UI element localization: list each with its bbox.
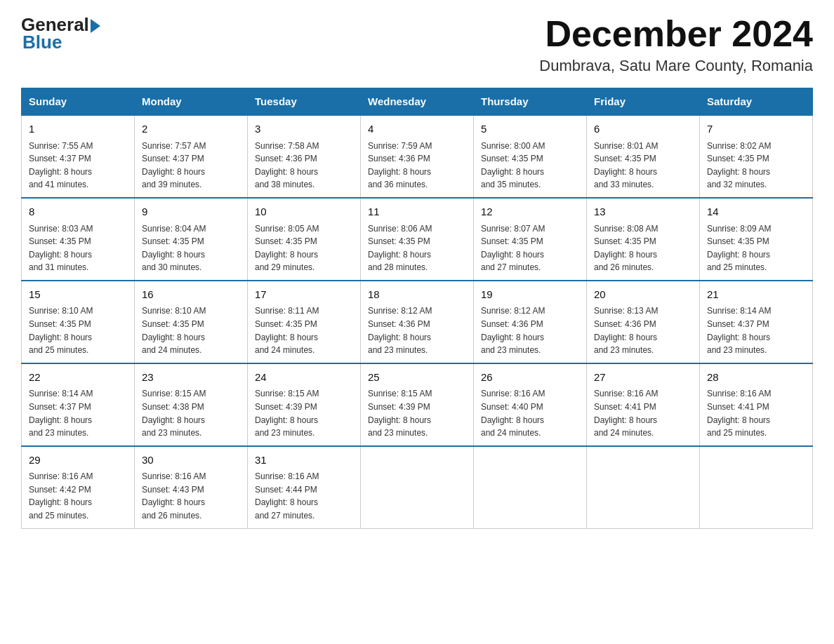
day-info: Sunrise: 8:00 AMSunset: 4:35 PMDaylight:… bbox=[481, 140, 579, 192]
table-row: 1Sunrise: 7:55 AMSunset: 4:37 PMDaylight… bbox=[22, 115, 135, 198]
day-number: 27 bbox=[594, 370, 692, 386]
day-number: 22 bbox=[29, 370, 127, 386]
day-info: Sunrise: 8:12 AMSunset: 4:36 PMDaylight:… bbox=[368, 304, 466, 356]
day-number: 24 bbox=[255, 370, 353, 386]
table-row: 18Sunrise: 8:12 AMSunset: 4:36 PMDayligh… bbox=[361, 281, 474, 363]
table-row: 27Sunrise: 8:16 AMSunset: 4:41 PMDayligh… bbox=[587, 363, 700, 446]
day-number: 3 bbox=[255, 121, 353, 137]
table-row: 10Sunrise: 8:05 AMSunset: 4:35 PMDayligh… bbox=[248, 198, 361, 281]
logo: General Blue bbox=[21, 14, 102, 53]
table-row bbox=[587, 446, 700, 528]
table-row: 26Sunrise: 8:16 AMSunset: 4:40 PMDayligh… bbox=[474, 363, 587, 446]
day-info: Sunrise: 8:14 AMSunset: 4:37 PMDaylight:… bbox=[29, 387, 127, 439]
day-number: 7 bbox=[707, 121, 805, 137]
day-number: 15 bbox=[29, 287, 127, 303]
table-row: 19Sunrise: 8:12 AMSunset: 4:36 PMDayligh… bbox=[474, 281, 587, 363]
day-info: Sunrise: 8:15 AMSunset: 4:39 PMDaylight:… bbox=[368, 387, 466, 439]
table-row: 23Sunrise: 8:15 AMSunset: 4:38 PMDayligh… bbox=[135, 363, 248, 446]
page-header: General Blue December 2024 Dumbrava, Sat… bbox=[21, 14, 813, 75]
table-row: 21Sunrise: 8:14 AMSunset: 4:37 PMDayligh… bbox=[700, 281, 813, 363]
day-number: 11 bbox=[368, 204, 466, 220]
day-number: 30 bbox=[142, 452, 240, 469]
col-sunday: Sunday bbox=[22, 88, 135, 116]
col-friday: Friday bbox=[587, 88, 700, 116]
logo-arrow-icon bbox=[91, 19, 100, 33]
day-info: Sunrise: 8:07 AMSunset: 4:35 PMDaylight:… bbox=[481, 222, 579, 274]
table-row: 8Sunrise: 8:03 AMSunset: 4:35 PMDaylight… bbox=[22, 198, 135, 281]
day-info: Sunrise: 8:16 AMSunset: 4:41 PMDaylight:… bbox=[707, 387, 805, 439]
col-wednesday: Wednesday bbox=[361, 88, 474, 116]
table-row: 29Sunrise: 8:16 AMSunset: 4:42 PMDayligh… bbox=[22, 446, 135, 528]
table-row: 11Sunrise: 8:06 AMSunset: 4:35 PMDayligh… bbox=[361, 198, 474, 281]
table-row: 5Sunrise: 8:00 AMSunset: 4:35 PMDaylight… bbox=[474, 115, 587, 198]
day-number: 14 bbox=[707, 204, 805, 220]
day-info: Sunrise: 8:09 AMSunset: 4:35 PMDaylight:… bbox=[707, 222, 805, 274]
table-row: 24Sunrise: 8:15 AMSunset: 4:39 PMDayligh… bbox=[248, 363, 361, 446]
day-info: Sunrise: 8:04 AMSunset: 4:35 PMDaylight:… bbox=[142, 222, 240, 274]
day-info: Sunrise: 8:14 AMSunset: 4:37 PMDaylight:… bbox=[707, 304, 805, 356]
day-info: Sunrise: 8:02 AMSunset: 4:35 PMDaylight:… bbox=[707, 140, 805, 192]
header-row: Sunday Monday Tuesday Wednesday Thursday… bbox=[22, 88, 813, 116]
col-thursday: Thursday bbox=[474, 88, 587, 116]
day-number: 1 bbox=[29, 121, 127, 137]
table-row: 16Sunrise: 8:10 AMSunset: 4:35 PMDayligh… bbox=[135, 281, 248, 363]
day-number: 13 bbox=[594, 204, 692, 220]
table-row: 12Sunrise: 8:07 AMSunset: 4:35 PMDayligh… bbox=[474, 198, 587, 281]
day-number: 21 bbox=[707, 287, 805, 303]
col-tuesday: Tuesday bbox=[248, 88, 361, 116]
day-number: 25 bbox=[368, 370, 466, 386]
table-row bbox=[361, 446, 474, 528]
day-info: Sunrise: 7:58 AMSunset: 4:36 PMDaylight:… bbox=[255, 140, 353, 192]
table-row: 7Sunrise: 8:02 AMSunset: 4:35 PMDaylight… bbox=[700, 115, 813, 198]
calendar-body: 1Sunrise: 7:55 AMSunset: 4:37 PMDaylight… bbox=[22, 115, 813, 528]
day-info: Sunrise: 8:03 AMSunset: 4:35 PMDaylight:… bbox=[29, 222, 127, 274]
day-info: Sunrise: 8:10 AMSunset: 4:35 PMDaylight:… bbox=[29, 304, 127, 356]
table-row: 15Sunrise: 8:10 AMSunset: 4:35 PMDayligh… bbox=[22, 281, 135, 363]
day-info: Sunrise: 8:16 AMSunset: 4:43 PMDaylight:… bbox=[142, 470, 240, 522]
day-number: 5 bbox=[481, 121, 579, 137]
day-info: Sunrise: 8:06 AMSunset: 4:35 PMDaylight:… bbox=[368, 222, 466, 274]
table-row: 28Sunrise: 8:16 AMSunset: 4:41 PMDayligh… bbox=[700, 363, 813, 446]
col-saturday: Saturday bbox=[700, 88, 813, 116]
day-number: 12 bbox=[481, 204, 579, 220]
day-number: 10 bbox=[255, 204, 353, 220]
col-monday: Monday bbox=[135, 88, 248, 116]
day-number: 16 bbox=[142, 287, 240, 303]
day-number: 4 bbox=[368, 121, 466, 137]
table-row: 20Sunrise: 8:13 AMSunset: 4:36 PMDayligh… bbox=[587, 281, 700, 363]
table-row: 14Sunrise: 8:09 AMSunset: 4:35 PMDayligh… bbox=[700, 198, 813, 281]
table-row: 13Sunrise: 8:08 AMSunset: 4:35 PMDayligh… bbox=[587, 198, 700, 281]
day-info: Sunrise: 8:16 AMSunset: 4:40 PMDaylight:… bbox=[481, 387, 579, 439]
day-info: Sunrise: 8:16 AMSunset: 4:44 PMDaylight:… bbox=[255, 470, 353, 522]
table-row: 4Sunrise: 7:59 AMSunset: 4:36 PMDaylight… bbox=[361, 115, 474, 198]
day-number: 9 bbox=[142, 204, 240, 220]
calendar-week-row: 22Sunrise: 8:14 AMSunset: 4:37 PMDayligh… bbox=[22, 363, 813, 446]
day-info: Sunrise: 8:08 AMSunset: 4:35 PMDaylight:… bbox=[594, 222, 692, 274]
table-row: 3Sunrise: 7:58 AMSunset: 4:36 PMDaylight… bbox=[248, 115, 361, 198]
day-info: Sunrise: 7:55 AMSunset: 4:37 PMDaylight:… bbox=[29, 140, 127, 192]
calendar-week-row: 8Sunrise: 8:03 AMSunset: 4:35 PMDaylight… bbox=[22, 198, 813, 281]
day-number: 26 bbox=[481, 370, 579, 386]
table-row: 2Sunrise: 7:57 AMSunset: 4:37 PMDaylight… bbox=[135, 115, 248, 198]
calendar-week-row: 1Sunrise: 7:55 AMSunset: 4:37 PMDaylight… bbox=[22, 115, 813, 198]
calendar-header: Sunday Monday Tuesday Wednesday Thursday… bbox=[22, 88, 813, 116]
day-number: 19 bbox=[481, 287, 579, 303]
table-row: 30Sunrise: 8:16 AMSunset: 4:43 PMDayligh… bbox=[135, 446, 248, 528]
table-row: 17Sunrise: 8:11 AMSunset: 4:35 PMDayligh… bbox=[248, 281, 361, 363]
day-info: Sunrise: 8:10 AMSunset: 4:35 PMDaylight:… bbox=[142, 304, 240, 356]
day-number: 20 bbox=[594, 287, 692, 303]
day-number: 28 bbox=[707, 370, 805, 386]
day-number: 23 bbox=[142, 370, 240, 386]
day-info: Sunrise: 8:13 AMSunset: 4:36 PMDaylight:… bbox=[594, 304, 692, 356]
calendar-table: Sunday Monday Tuesday Wednesday Thursday… bbox=[21, 88, 813, 528]
day-info: Sunrise: 7:59 AMSunset: 4:36 PMDaylight:… bbox=[368, 140, 466, 192]
day-info: Sunrise: 7:57 AMSunset: 4:37 PMDaylight:… bbox=[142, 140, 240, 192]
table-row bbox=[700, 446, 813, 528]
table-row: 22Sunrise: 8:14 AMSunset: 4:37 PMDayligh… bbox=[22, 363, 135, 446]
day-number: 2 bbox=[142, 121, 240, 137]
day-number: 6 bbox=[594, 121, 692, 137]
day-info: Sunrise: 8:16 AMSunset: 4:42 PMDaylight:… bbox=[29, 470, 127, 522]
calendar-week-row: 29Sunrise: 8:16 AMSunset: 4:42 PMDayligh… bbox=[22, 446, 813, 528]
day-number: 8 bbox=[29, 204, 127, 220]
day-number: 29 bbox=[29, 452, 127, 469]
